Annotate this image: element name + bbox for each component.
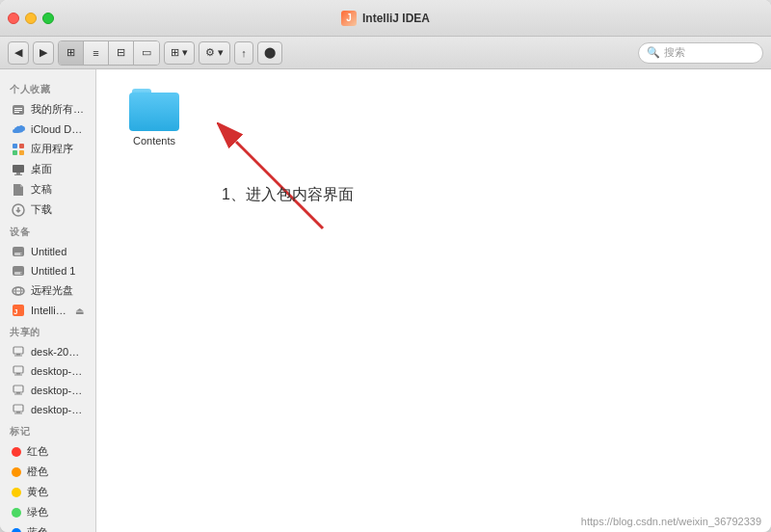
svg-text:J: J [13,307,17,316]
sidebar-item-tag-orange[interactable]: 橙色 [2,462,93,482]
icon-view-button[interactable]: ⊞ [59,41,84,65]
sidebar-item-label: 远程光盘 [31,283,73,298]
sidebar-item-intellij[interactable]: J IntelliJ I... ⏏ [2,301,93,320]
svg-rect-26 [13,366,23,373]
folder-body [129,93,179,131]
intellij-icon: J [12,304,25,317]
network-icon-2 [12,364,25,378]
svg-rect-28 [14,375,22,376]
sidebar-item-label: 桌面 [31,162,52,176]
svg-rect-4 [13,144,17,148]
sidebar-item-label: 蓝色 [27,525,48,532]
sidebar-section-tags: 标记 [0,419,95,441]
sidebar-section-favorites: 个人收藏 [0,77,95,99]
network-icon [12,345,25,359]
sidebar-item-untitled1[interactable]: Untitled 1 [2,261,93,280]
sidebar-section-shared: 共享的 [0,320,95,342]
sidebar-item-all-files[interactable]: 我的所有文件 [2,99,93,120]
column-view-button[interactable]: ⊟ [109,41,134,65]
svg-rect-34 [14,413,22,414]
sidebar-item-label: 绿色 [27,505,48,519]
sidebar-item-desktopgq[interactable]: desktop-gq... [2,381,93,400]
svg-rect-32 [13,405,23,412]
cover-flow-button[interactable]: ▭ [134,41,159,65]
arrange-button[interactable]: ⊞ ▾ [164,41,195,65]
sidebar-item-remote-disk[interactable]: 远程光盘 [2,280,93,301]
traffic-lights [8,13,54,24]
folder-name: Contents [133,135,175,146]
search-icon: 🔍 [647,46,660,59]
list-view-button[interactable]: ≡ [84,41,109,65]
svg-rect-24 [16,354,20,356]
sidebar-item-label: 应用程序 [31,142,73,156]
sidebar-item-desktopi4[interactable]: desktop-i4... [2,400,93,419]
sidebar-item-label: 我的所有文件 [31,102,84,117]
desktop-icon [12,163,25,176]
sidebar-item-desk2018[interactable]: desk-2018... [2,342,93,361]
svg-rect-10 [14,174,22,175]
eject-icon[interactable]: ⏏ [75,306,84,316]
minimize-button[interactable] [25,13,37,24]
sidebar-item-icloud[interactable]: iCloud Drive [2,120,93,139]
sidebar-item-tag-green[interactable]: 绿色 [2,502,93,522]
sidebar-item-label: 下载 [31,202,52,217]
tag-dot-green [12,508,21,518]
sidebar-item-label: desk-2018... [31,346,84,358]
sidebar: 个人收藏 我的所有文件 iCloud Drive 应用程序 [0,69,96,532]
downloads-icon [12,203,25,217]
sidebar-item-label: desktop-i4... [31,404,84,415]
svg-rect-9 [16,173,20,174]
search-box[interactable]: 🔍 搜索 [638,42,763,64]
annotation-text: 1、进入包内容界面 [222,185,354,205]
star-icon [12,103,25,117]
network-icon-4 [12,403,25,416]
action-button[interactable]: ⚙ ▾ [199,41,230,65]
remote-disk-icon [12,284,25,298]
main-area: 个人收藏 我的所有文件 iCloud Drive 应用程序 [0,69,771,532]
svg-rect-6 [13,150,17,155]
svg-rect-1 [14,108,22,109]
sidebar-item-tag-yellow[interactable]: 黄色 [2,482,93,502]
maximize-button[interactable] [42,13,54,24]
network-icon-3 [12,384,25,397]
content-area: Contents 1、进入包内容界面 [96,69,771,532]
apps-icon [12,143,25,156]
icloud-icon [12,122,25,136]
sidebar-item-label: Untitled [31,246,66,257]
svg-rect-23 [13,347,23,354]
sidebar-item-label: 橙色 [27,465,48,479]
share-button[interactable]: ↑ [234,41,253,65]
sidebar-item-label: 黄色 [27,485,48,499]
svg-rect-5 [19,144,24,148]
back-button[interactable]: ◀ [8,41,29,65]
forward-button[interactable]: ▶ [33,41,54,65]
sidebar-item-tag-red[interactable]: 红色 [2,441,93,462]
svg-rect-33 [16,412,20,413]
sidebar-section-devices: 设备 [0,220,95,242]
sidebar-item-untitled[interactable]: Untitled [2,242,93,261]
search-placeholder: 搜索 [664,45,685,60]
close-button[interactable] [8,13,19,24]
svg-rect-31 [14,394,22,395]
sidebar-item-downloads[interactable]: 下载 [2,200,93,220]
sidebar-item-apps[interactable]: 应用程序 [2,139,93,159]
sidebar-item-label: desktop-6p... [31,365,84,377]
sidebar-item-label: desktop-gq... [31,385,84,396]
svg-rect-27 [16,373,20,375]
folder-contents[interactable]: Contents [125,89,183,146]
tag-button[interactable]: ⬤ [257,41,282,65]
watermark: https://blog.csdn.net/weixin_36792339 [581,516,761,527]
svg-rect-7 [19,150,24,155]
sidebar-item-desktop[interactable]: 桌面 [2,159,93,179]
sidebar-item-desktop6p[interactable]: desktop-6p... [2,361,93,381]
svg-rect-2 [14,110,22,111]
tag-dot-yellow [12,488,21,497]
sidebar-item-docs[interactable]: 文稿 [2,179,93,200]
disk-icon [12,245,25,258]
sidebar-item-label: Untitled 1 [31,265,75,277]
svg-rect-30 [16,392,20,394]
sidebar-item-tag-blue[interactable]: 蓝色 [2,522,93,532]
svg-rect-29 [13,386,23,392]
tag-dot-red [12,447,21,457]
sidebar-item-label: iCloud Drive [31,123,84,135]
